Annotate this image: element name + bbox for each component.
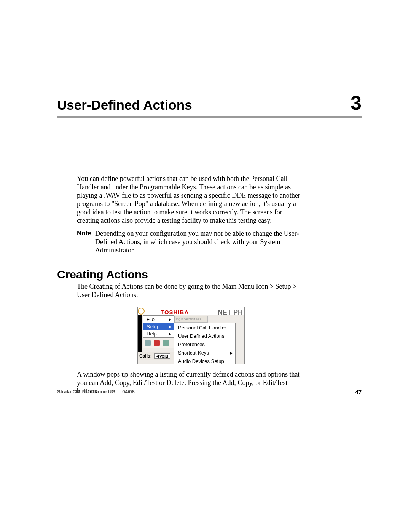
- menu-file-label: File: [147, 316, 155, 322]
- tool-icon[interactable]: [163, 340, 169, 346]
- creating-intro: The Creating of Actions can be done by g…: [77, 283, 305, 299]
- menu-file[interactable]: File ▶: [143, 316, 174, 323]
- tagline: ing Innovation >>>: [175, 316, 208, 323]
- page-footer: Strata CIX Net Phone UG 04/08 47: [57, 381, 362, 395]
- menu-help[interactable]: Help ▶: [143, 330, 174, 337]
- chevron-right-icon: ▶: [169, 317, 172, 321]
- menu-setup[interactable]: Setup ▶: [143, 323, 174, 330]
- footer-doc-date: 04/08: [122, 389, 135, 395]
- submenu-label: Audio Devices Setup: [178, 358, 224, 364]
- note-text: Depending on your configuration you may …: [95, 230, 305, 255]
- submenu-label: Shortcut Keys: [178, 350, 209, 356]
- section-body: The Creating of Actions can be done by g…: [77, 283, 305, 396]
- submenu-user-defined-actions[interactable]: User Defined Actions: [174, 332, 235, 340]
- chevron-right-icon: ▶: [230, 351, 233, 355]
- footer-row: Strata CIX Net Phone UG 04/08 47: [57, 389, 362, 395]
- chapter-title: User-Defined Actions: [57, 97, 192, 113]
- left-strip: [138, 315, 142, 352]
- body-block: You can define powerful actions that can…: [77, 175, 305, 255]
- main-menu: File ▶ Setup ▶ Help ▶: [143, 315, 174, 338]
- chapter-header: User-Defined Actions 3: [57, 91, 362, 118]
- app-screenshot: TOSHIBA NET PH ing Innovation >>> File ▶…: [137, 307, 245, 364]
- submenu-label: Preferences: [178, 342, 205, 347]
- setup-submenu: Personal Call Handler User Defined Actio…: [174, 323, 236, 364]
- calls-label: Calls:: [139, 353, 152, 359]
- brand-label: TOSHIBA: [161, 309, 189, 315]
- screenshot-figure: TOSHIBA NET PH ing Innovation >>> File ▶…: [137, 307, 245, 364]
- volume-button[interactable]: ◀ Volu: [154, 353, 170, 359]
- menu-help-label: Help: [147, 331, 157, 337]
- product-label: NET PH: [218, 308, 243, 316]
- submenu-personal-call-handler[interactable]: Personal Call Handler: [174, 323, 235, 332]
- submenu-preferences[interactable]: Preferences: [174, 340, 235, 348]
- chevron-right-icon: ▶: [169, 324, 172, 329]
- page-number: 47: [355, 389, 362, 395]
- calls-row: Calls: ◀ Volu: [138, 352, 175, 360]
- submenu-label: Personal Call Handler: [178, 325, 226, 331]
- chapter-number: 3: [350, 91, 362, 114]
- toolbar-icons: [143, 338, 175, 348]
- footer-rule: [57, 381, 362, 381]
- intro-paragraph: You can define powerful actions that can…: [77, 175, 305, 225]
- submenu-audio-devices[interactable]: Audio Devices Setup: [174, 357, 235, 364]
- page-content: User-Defined Actions 3 You can define po…: [57, 91, 362, 400]
- note-row: Note Depending on your configuration you…: [77, 230, 305, 255]
- submenu-label: User Defined Actions: [178, 333, 224, 339]
- tool-icon[interactable]: [154, 340, 160, 346]
- submenu-shortcut-keys[interactable]: Shortcut Keys ▶: [174, 348, 235, 357]
- footer-doc-info: Strata CIX Net Phone UG 04/08: [57, 389, 135, 395]
- volume-label: Volu: [159, 354, 168, 358]
- tool-icon[interactable]: [145, 340, 151, 346]
- footer-doc-title: Strata CIX Net Phone UG: [57, 389, 115, 395]
- section-heading: Creating Actions: [57, 268, 362, 281]
- menu-setup-label: Setup: [147, 324, 159, 329]
- chevron-left-icon: ◀: [156, 354, 159, 358]
- chevron-right-icon: ▶: [169, 332, 172, 336]
- note-label: Note: [77, 230, 95, 255]
